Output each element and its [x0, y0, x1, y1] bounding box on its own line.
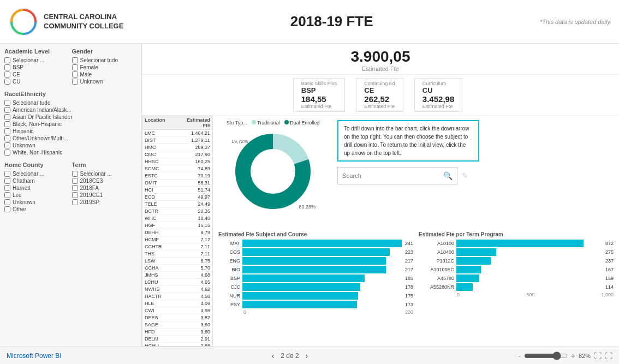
search-box[interactable]: 🔍	[337, 167, 457, 184]
svg-point-0	[10, 8, 37, 35]
table-row: DEHH8,79	[142, 229, 212, 236]
fte-subject-title: Estimated Fte Subject and Course	[218, 231, 413, 237]
logo-icon	[9, 7, 38, 37]
kpi-row: 3.900,05 Estimated Fte	[142, 44, 619, 75]
hc-option-0[interactable]	[4, 171, 10, 177]
table-row: DIST1.279,11	[142, 137, 212, 144]
term-bar-row: A10400 275	[419, 248, 614, 256]
table-row: LCHU4,65	[142, 279, 212, 286]
data-note: *This data is updated daily	[540, 19, 610, 25]
race-ethnicity-title: Race/Ethnicity	[4, 91, 137, 97]
zoom-in-button[interactable]: +	[571, 351, 575, 360]
bottom-charts: Estimated Fte Subject and Course MAT 241…	[213, 229, 619, 347]
fte-term-title: Estimated Fte por Term Program	[419, 231, 614, 237]
table-row: HACTR4,58	[142, 293, 212, 300]
page-total: 2	[295, 352, 299, 360]
t-option-0[interactable]	[72, 171, 78, 177]
al-option-0[interactable]	[4, 57, 10, 63]
re-option-0[interactable]	[4, 100, 10, 106]
donut-svg: 19,72% 80.28%	[229, 128, 317, 215]
kpi-card-bsp-name: BSP	[301, 86, 337, 94]
gender-title: Gender	[72, 48, 138, 55]
academic-level-title: Academic Level	[4, 48, 70, 55]
table-row: TELE24,49	[142, 201, 212, 208]
hc-option-5[interactable]	[4, 206, 10, 212]
svg-point-3	[251, 150, 295, 193]
table-row: WHC18,40	[142, 215, 212, 222]
powerbi-link[interactable]: Microsoft Power BI	[7, 352, 62, 360]
bottom-bar: Microsoft Power BI ‹ 2 de 2 › - + 82% ⛶ …	[0, 347, 619, 364]
kpi-card-ce-name: CE	[364, 86, 395, 94]
table-row: JMHS4,68	[142, 272, 212, 279]
page-nav: ‹ 2 de 2 ›	[270, 350, 311, 361]
table-row: CWI3,98	[142, 307, 212, 314]
hc-option-1[interactable]	[4, 178, 10, 184]
zoom-bar: - + 82% ⛶ ⛶	[518, 351, 612, 360]
next-page-button[interactable]: ›	[303, 350, 311, 361]
term-title: Term	[72, 162, 138, 168]
kpi-card-bsp-sublabel: Estimated Fte	[301, 104, 337, 109]
t-option-3[interactable]	[72, 192, 78, 198]
logo-area: CENTRAL CAROLINA COMMUNITY COLLEGE	[9, 7, 123, 37]
g-option-3[interactable]	[72, 79, 78, 85]
page-indicator: 2 de 2	[281, 352, 299, 360]
fte-bar-row: COS 223	[218, 248, 413, 256]
fte-bar-row: BIO 217	[218, 266, 413, 273]
term-bar-row: P1012C 237	[419, 257, 614, 265]
table-row: HCI51,74	[142, 187, 212, 194]
table-row: HLE4,09	[142, 300, 212, 307]
kpi-card-ce: Continuing Ed CE 262,52 Estimated Fte	[356, 78, 403, 112]
al-option-3[interactable]	[4, 79, 10, 85]
edit-icon[interactable]: ✎	[462, 171, 468, 180]
kpi-card-ce-value: 262,52	[364, 94, 395, 104]
fte-bar-row: ENG 217	[218, 257, 413, 265]
race-ethnicity-filter: Race/Ethnicity Selecionar tudo American …	[4, 91, 137, 156]
donut-chart-area: Stu Typ... Traditional Dual Enrolled	[213, 116, 333, 229]
t-option-4[interactable]	[72, 199, 78, 205]
donut-pct-large: 80.28%	[299, 204, 316, 210]
kpi-card-cu: Curriculum CU 3.452,98 Estimated Fte	[414, 78, 462, 112]
zoom-out-button[interactable]: -	[518, 351, 521, 360]
kpi-card-ce-category: Continuing Ed	[364, 81, 395, 86]
tooltip-text: To drill down into the bar chart, click …	[344, 126, 469, 156]
re-option-7[interactable]	[4, 150, 10, 156]
g-option-1[interactable]	[72, 64, 78, 70]
prev-page-button[interactable]: ‹	[270, 350, 277, 361]
table-row: CCHA5,70	[142, 265, 212, 272]
re-option-5[interactable]	[4, 135, 10, 141]
fit-screen-button[interactable]: ⛶	[594, 351, 602, 360]
g-option-2[interactable]	[72, 71, 78, 77]
donut-legend: Stu Typ... Traditional Dual Enrolled	[217, 120, 329, 126]
zoom-slider[interactable]	[524, 351, 568, 360]
table-row: LMC1.464,21	[142, 130, 212, 137]
re-option-3[interactable]	[4, 121, 10, 127]
term-bar-row: A55280NR 114	[419, 283, 614, 291]
re-option-2[interactable]	[4, 114, 10, 120]
table-row: SCMC74,89	[142, 165, 212, 172]
table-header: Location Estimated Fte	[142, 116, 212, 130]
table-row: SAGE3,60	[142, 321, 212, 329]
location-table: Location Estimated Fte LMC1.464,21DIST1.…	[142, 116, 213, 347]
kpi-card-cu-name: CU	[422, 86, 454, 94]
re-option-6[interactable]	[4, 142, 10, 148]
hc-option-2[interactable]	[4, 185, 10, 191]
g-option-0[interactable]	[72, 57, 78, 63]
drill-tooltip: To drill down into the bar chart, click …	[337, 120, 479, 162]
page-current: 2	[281, 352, 284, 360]
table-row: NWHS4,62	[142, 286, 212, 293]
t-option-2[interactable]	[72, 185, 78, 191]
fullscreen-button[interactable]: ⛶	[605, 351, 612, 360]
term-filter: Term Selecionar ... 2018CE3 2018FA 2019C…	[72, 162, 138, 213]
search-input[interactable]	[342, 172, 443, 179]
table-row: HCMF7,12	[142, 236, 212, 243]
hc-option-4[interactable]	[4, 199, 10, 205]
t-option-1[interactable]	[72, 178, 78, 184]
hc-option-3[interactable]	[4, 192, 10, 198]
left-panel: Academic Level Selecionar ... BSP CE CU …	[0, 44, 142, 347]
fte-bar-row: NUR 175	[218, 292, 413, 300]
re-option-1[interactable]	[4, 107, 10, 113]
main-kpi-value: 3.900,05	[351, 48, 410, 65]
al-option-2[interactable]	[4, 71, 10, 77]
al-option-1[interactable]	[4, 64, 10, 70]
re-option-4[interactable]	[4, 128, 10, 134]
